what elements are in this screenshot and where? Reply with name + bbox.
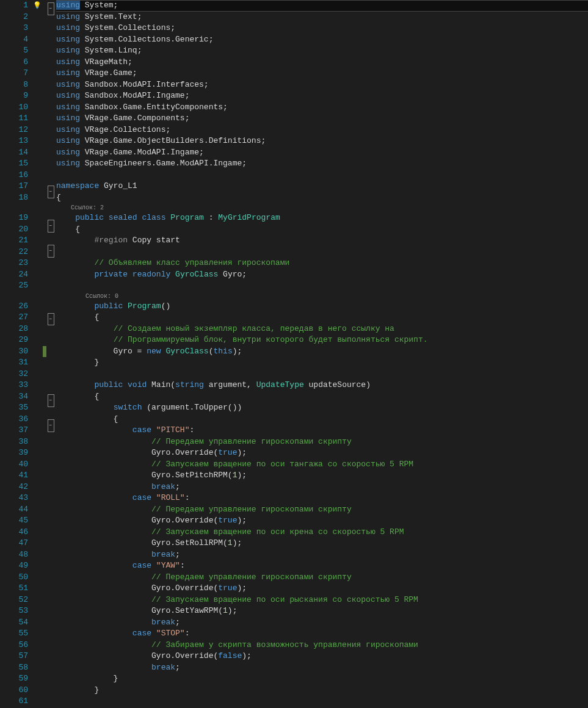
code-line[interactable]: {	[56, 224, 588, 236]
code-line[interactable]: // Передаем управление гироскопами скрип…	[56, 504, 588, 516]
code-line[interactable]: case "STOP":	[56, 628, 588, 640]
line-number[interactable]: 20	[6, 224, 28, 236]
line-number[interactable]: 18	[6, 192, 28, 204]
line-number[interactable]: 19	[6, 212, 28, 224]
lightbulb-icon[interactable]: 💡	[32, 0, 43, 12]
code-line[interactable]: // Запускаем вращение по оси тангажа со …	[56, 459, 588, 471]
code-line[interactable]: using SpaceEngineers.Game.ModAPI.Ingame;	[56, 158, 588, 170]
code-line[interactable]: // Создаем новый экземпляр класса, перед…	[56, 323, 588, 335]
code-line[interactable]: {	[56, 391, 588, 403]
line-number[interactable]: 1	[6, 0, 28, 12]
line-number[interactable]: 33	[6, 380, 28, 391]
line-number[interactable]: 37	[6, 425, 28, 436]
code-line[interactable]: Gyro.SetYawRPM(1);	[56, 605, 588, 617]
line-number[interactable]: 3	[6, 23, 28, 34]
code-line[interactable]: switch (argument.ToUpper())	[56, 402, 588, 414]
code-line[interactable]: // Объявляем класс управления гироскопам…	[56, 258, 588, 269]
line-number[interactable]: 47	[6, 538, 28, 549]
code-line[interactable]: using VRage.Game.Components;	[56, 113, 588, 125]
line-number[interactable]: 11	[6, 113, 28, 125]
code-line[interactable]: using Sandbox.Game.EntityComponents;	[56, 102, 588, 114]
code-line[interactable]: Gyro.SetPitchRPM(1);	[56, 470, 588, 482]
line-number[interactable]: 48	[6, 549, 28, 561]
code-line[interactable]	[56, 369, 588, 380]
line-number[interactable]	[6, 292, 28, 301]
fold-toggle[interactable]: −	[48, 186, 54, 198]
code-line[interactable]: // Программируемый блок, внутри которого…	[56, 334, 588, 346]
code-line[interactable]: break;	[56, 662, 588, 674]
code-line[interactable]: Gyro.Override(true);	[56, 515, 588, 527]
code-line[interactable]	[56, 170, 588, 181]
code-line[interactable]: public void Main(string argument, Update…	[56, 380, 588, 391]
line-number[interactable]: 6	[6, 57, 28, 68]
code-line[interactable]: Gyro.SetRollRPM(1);	[56, 538, 588, 549]
code-line[interactable]: public Program()	[56, 301, 588, 312]
code-area[interactable]: using System;using System.Text;using Sys…	[55, 0, 588, 708]
fold-toggle[interactable]: −	[48, 394, 54, 407]
line-number[interactable]: 44	[6, 504, 28, 516]
code-line[interactable]: // Забираем у скрипта возможность управл…	[56, 640, 588, 651]
line-number[interactable]: 16	[6, 170, 28, 181]
line-number[interactable]: 28	[6, 323, 28, 335]
code-line[interactable]: break;	[56, 617, 588, 629]
code-line[interactable]: Gyro.Override(false);	[56, 651, 588, 662]
line-number[interactable]: 10	[6, 102, 28, 114]
code-line[interactable]	[56, 280, 588, 292]
code-line[interactable]: using System.Linq;	[56, 45, 588, 57]
line-number[interactable]: 24	[6, 269, 28, 281]
fold-column[interactable]: −−−−−−−	[46, 0, 55, 708]
line-number[interactable]: 7	[6, 68, 28, 79]
line-number[interactable]: 5	[6, 45, 28, 57]
line-number[interactable]: 61	[6, 696, 28, 707]
line-number[interactable]: 36	[6, 414, 28, 425]
line-number[interactable]: 32	[6, 369, 28, 380]
code-line[interactable]: using System.Collections.Generic;	[56, 34, 588, 46]
code-line[interactable]: // Передаем управление гироскопами скрип…	[56, 436, 588, 448]
codelens-refs[interactable]: Ссылок: 2	[56, 203, 588, 212]
line-number[interactable]: 41	[6, 470, 28, 482]
line-number[interactable]: 2	[6, 12, 28, 23]
line-number[interactable]: 8	[6, 79, 28, 91]
line-number[interactable]: 53	[6, 605, 28, 617]
line-number[interactable]: 35	[6, 402, 28, 414]
fold-toggle[interactable]: −	[48, 419, 54, 432]
line-number[interactable]: 29	[6, 334, 28, 346]
fold-toggle[interactable]: −	[48, 220, 54, 233]
line-number[interactable]: 57	[6, 651, 28, 662]
line-number[interactable]: 26	[6, 301, 28, 312]
line-number[interactable]: 25	[6, 280, 28, 292]
codelens-refs[interactable]: Ссылок: 0	[56, 292, 588, 301]
line-number[interactable]: 51	[6, 583, 28, 594]
code-line[interactable]: // Запускаем вращение по оси крена со ск…	[56, 527, 588, 538]
code-line[interactable]: using Sandbox.ModAPI.Ingame;	[56, 90, 588, 102]
line-number[interactable]: 17	[6, 181, 28, 192]
code-line[interactable]: }	[56, 685, 588, 696]
line-number[interactable]: 43	[6, 493, 28, 504]
fold-toggle[interactable]: −	[48, 245, 54, 258]
line-number[interactable]: 60	[6, 685, 28, 696]
code-line[interactable]: {	[56, 414, 588, 425]
line-number[interactable]: 23	[6, 258, 28, 269]
code-line[interactable]: case "PITCH":	[56, 425, 588, 436]
code-line[interactable]: // Передаем управление гироскопами скрип…	[56, 572, 588, 583]
code-line[interactable]: using System.Text;	[56, 12, 588, 23]
line-number[interactable]: 12	[6, 125, 28, 136]
code-line[interactable]: }	[56, 357, 588, 369]
code-line[interactable]: using VRage.Game;	[56, 68, 588, 79]
code-line[interactable]: using VRageMath;	[56, 57, 588, 68]
code-line[interactable]: break;	[56, 549, 588, 561]
code-line[interactable]: {	[56, 192, 588, 204]
line-number[interactable]: 55	[6, 628, 28, 640]
line-number[interactable]: 42	[6, 482, 28, 493]
line-number[interactable]: 52	[6, 594, 28, 606]
line-number[interactable]: 58	[6, 662, 28, 674]
line-number[interactable]: 34	[6, 391, 28, 403]
code-line[interactable]: using VRage.Collections;	[56, 125, 588, 136]
code-line[interactable]: // Запускаем вращение по оси рыскания со…	[56, 594, 588, 606]
line-number[interactable]: 56	[6, 640, 28, 651]
code-line[interactable]: using VRage.Game.ModAPI.Ingame;	[56, 147, 588, 159]
line-number[interactable]: 39	[6, 447, 28, 459]
line-number[interactable]: 50	[6, 572, 28, 583]
code-line[interactable]: namespace Gyro_L1	[56, 181, 588, 192]
code-line[interactable]: Gyro.Override(true);	[56, 447, 588, 459]
